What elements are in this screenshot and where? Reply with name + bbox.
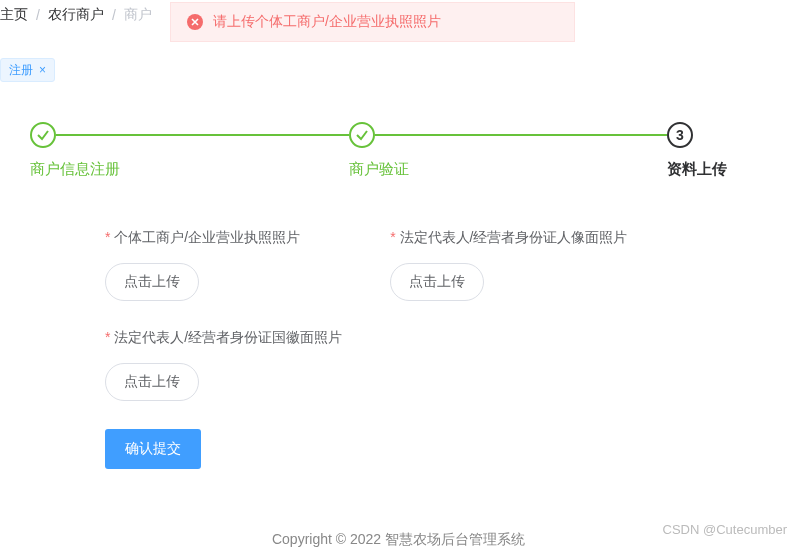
upload-id-front-button[interactable]: 点击上传 [390, 263, 484, 301]
label-id-front: 法定代表人/经营者身份证人像面照片 [390, 229, 627, 247]
error-icon [187, 14, 203, 30]
step-line [375, 134, 668, 136]
breadcrumb-home[interactable]: 主页 [0, 6, 28, 24]
step-number-icon: 3 [667, 122, 693, 148]
breadcrumb-merchant[interactable]: 农行商户 [48, 6, 104, 24]
step-2: 商户验证 [349, 122, 668, 179]
step-title: 资料上传 [667, 160, 767, 179]
error-message: 请上传个体工商户/企业营业执照照片 [213, 13, 441, 31]
field-id-front: 法定代表人/经营者身份证人像面照片 点击上传 [390, 229, 627, 301]
submit-button[interactable]: 确认提交 [105, 429, 201, 469]
field-id-back: 法定代表人/经营者身份证国徽面照片 点击上传 [105, 329, 797, 401]
breadcrumb-separator: / [36, 7, 40, 23]
breadcrumb-current: 商户 [124, 6, 152, 24]
field-license: 个体工商户/企业营业执照照片 点击上传 [105, 229, 300, 301]
close-icon[interactable]: × [39, 63, 46, 77]
upload-form: 个体工商户/企业营业执照照片 点击上传 法定代表人/经营者身份证人像面照片 点击… [0, 199, 797, 469]
upload-id-back-button[interactable]: 点击上传 [105, 363, 199, 401]
error-alert: 请上传个体工商户/企业营业执照照片 [170, 2, 575, 42]
check-icon [349, 122, 375, 148]
label-id-back: 法定代表人/经营者身份证国徽面照片 [105, 329, 797, 347]
tab-tag-register[interactable]: 注册 × [0, 58, 55, 82]
breadcrumb-separator: / [112, 7, 116, 23]
step-line [56, 134, 349, 136]
steps: 商户信息注册 商户验证 3 资料上传 [30, 122, 767, 179]
step-1: 商户信息注册 [30, 122, 349, 179]
step-title: 商户信息注册 [30, 160, 349, 179]
watermark: CSDN @Cutecumber [663, 522, 787, 537]
tag-label: 注册 [9, 62, 33, 79]
step-title: 商户验证 [349, 160, 668, 179]
step-3: 3 资料上传 [667, 122, 767, 179]
label-license: 个体工商户/企业营业执照照片 [105, 229, 300, 247]
upload-license-button[interactable]: 点击上传 [105, 263, 199, 301]
check-icon [30, 122, 56, 148]
